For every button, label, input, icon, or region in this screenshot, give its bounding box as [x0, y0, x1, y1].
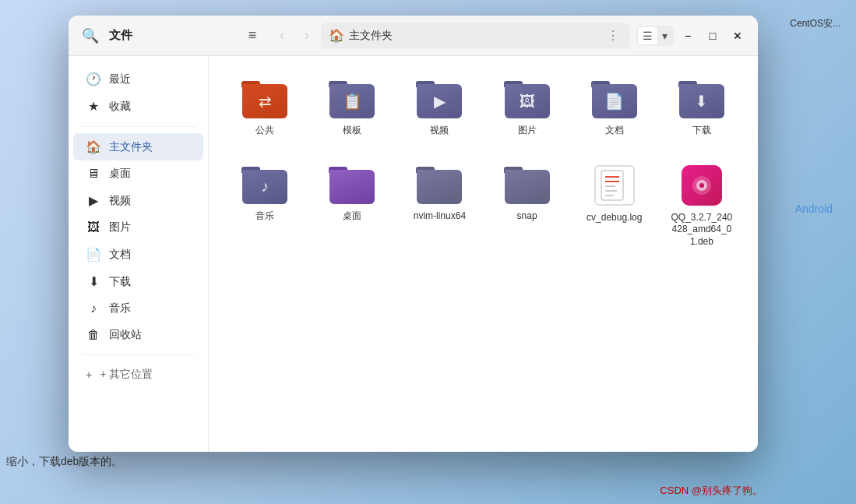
- sidebar-item-recent[interactable]: 🕐 最近: [73, 65, 203, 93]
- bg-csdn-label: CSDN @别头疼了狗。: [660, 484, 763, 498]
- maximize-button[interactable]: □: [702, 25, 724, 47]
- file-item-template[interactable]: 📋 模板: [312, 72, 393, 145]
- folder-emblem: 📄: [592, 84, 637, 118]
- folder-icon-video: ▶: [416, 79, 463, 118]
- folder-emblem: [417, 170, 462, 204]
- doc-icon: 📄: [86, 247, 101, 262]
- file-item-qq[interactable]: QQ_3.2.7_240428_amd64_01.deb: [661, 157, 742, 256]
- file-label-video: 视频: [430, 125, 449, 137]
- file-label-cvlog: cv_debug.log: [587, 212, 642, 224]
- sidebar-label-picture: 图片: [109, 220, 131, 234]
- title-bar: 🔍 文件 ≡ ‹ › 🏠 主文件夹 ⋮: [69, 16, 758, 56]
- breadcrumb-more-button[interactable]: ⋮: [604, 26, 622, 45]
- trash-icon: 🗑: [86, 328, 101, 342]
- sidebar-label-trash: 回收站: [109, 328, 142, 342]
- folder-icon-doc: 📄: [591, 79, 638, 118]
- sidebar-label-desktop: 桌面: [109, 167, 131, 181]
- sidebar-item-trash[interactable]: 🗑 回收站: [73, 322, 203, 348]
- file-item-nvim[interactable]: nvim-linux64: [399, 157, 480, 256]
- recent-icon: 🕐: [86, 72, 101, 86]
- sidebar-label-add-location: + 其它位置: [100, 368, 153, 382]
- file-manager-window: 🔍 文件 ≡ ‹ › 🏠 主文件夹 ⋮: [69, 16, 758, 452]
- forward-icon: ›: [305, 27, 309, 44]
- folder-body: ▶: [417, 84, 462, 118]
- folder-emblem: ⇄: [242, 84, 287, 118]
- folder-body: [329, 170, 375, 204]
- breadcrumb-more-icon: ⋮: [607, 28, 619, 43]
- file-item-cvlog[interactable]: cv_debug.log: [574, 157, 655, 256]
- sidebar-item-home[interactable]: 🏠 主文件夹: [73, 133, 203, 160]
- file-item-desktop[interactable]: 桌面: [312, 157, 393, 256]
- bg-text: 缩小，下载deb版本的。: [0, 452, 129, 472]
- breadcrumb-label: 主文件夹: [349, 29, 393, 43]
- content-area: 🕐 最近 ★ 收藏 🏠 主文件夹 🖥 桌面: [69, 56, 758, 452]
- sidebar-label-download: 下载: [109, 275, 131, 289]
- sidebar-label-music: 音乐: [109, 301, 131, 315]
- sidebar-label-home: 主文件夹: [109, 140, 153, 154]
- bg-android-label: Android: [795, 203, 833, 215]
- back-button[interactable]: ‹: [271, 25, 293, 47]
- file-item-download[interactable]: ⬇ 下载: [661, 72, 742, 145]
- folder-emblem: 📋: [329, 84, 375, 118]
- log-file-icon: [594, 165, 635, 206]
- sidebar-item-add-location[interactable]: + + 其它位置: [73, 361, 203, 388]
- file-item-doc[interactable]: 📄 文档: [574, 72, 655, 145]
- sidebar-item-download[interactable]: ⬇ 下载: [73, 268, 203, 295]
- folder-emblem: ♪: [242, 170, 287, 204]
- app-title: 文件: [109, 28, 132, 43]
- minimize-button[interactable]: −: [677, 25, 699, 47]
- add-location-icon: +: [86, 368, 92, 381]
- grid-view-button[interactable]: ▾: [657, 27, 672, 44]
- file-label-doc: 文档: [605, 125, 624, 137]
- sidebar-item-video[interactable]: ▶ 视频: [73, 187, 203, 214]
- file-area: ⇄ 公共 📋 模板 ▶ 视频: [209, 56, 758, 452]
- file-item-video[interactable]: ▶ 视频: [399, 72, 480, 145]
- home-icon: 🏠: [86, 139, 101, 154]
- folder-body: ♪: [242, 170, 287, 204]
- search-button[interactable]: 🔍: [78, 23, 103, 48]
- file-label-nvim: nvim-linux64: [414, 210, 466, 223]
- deb-file-icon: [682, 165, 722, 206]
- folder-body: 🖼: [505, 84, 550, 118]
- file-item-music[interactable]: ♪ 音乐: [224, 157, 305, 256]
- music-icon: ♪: [86, 301, 101, 315]
- view-toggle: ☰ ▾: [636, 26, 674, 46]
- folder-emblem: 🖼: [505, 84, 550, 118]
- sidebar-item-picture[interactable]: 🖼 图片: [73, 214, 203, 241]
- folder-icon-public: ⇄: [241, 79, 288, 118]
- favorite-icon: ★: [86, 99, 101, 114]
- close-button[interactable]: ✕: [727, 25, 749, 47]
- sidebar-divider-2: [81, 354, 196, 355]
- sidebar-item-desktop[interactable]: 🖥 桌面: [73, 160, 203, 187]
- sidebar-item-music[interactable]: ♪ 音乐: [73, 295, 203, 322]
- sidebar-label-video: 视频: [109, 194, 131, 208]
- log-svg: [600, 169, 629, 202]
- folder-emblem: ⬇: [679, 84, 724, 118]
- sidebar-item-favorite[interactable]: ★ 收藏: [73, 93, 203, 120]
- file-item-snap[interactable]: snap: [486, 157, 567, 256]
- menu-icon: ≡: [248, 27, 257, 44]
- picture-icon: 🖼: [86, 220, 101, 234]
- menu-button[interactable]: ≡: [240, 23, 265, 48]
- list-view-icon: ☰: [643, 30, 653, 42]
- breadcrumb: 🏠 主文件夹 ⋮: [321, 23, 630, 49]
- sidebar-divider-1: [81, 126, 196, 127]
- minimize-icon: −: [685, 30, 691, 42]
- folder-body: 📄: [592, 84, 637, 118]
- sidebar-item-doc[interactable]: 📄 文档: [73, 241, 203, 268]
- file-item-picture[interactable]: 🖼 图片: [486, 72, 567, 145]
- close-icon: ✕: [733, 30, 742, 42]
- file-label-desktop: 桌面: [343, 210, 361, 223]
- file-label-picture: 图片: [518, 125, 537, 137]
- video-icon: ▶: [86, 193, 101, 208]
- home-breadcrumb-icon: 🏠: [329, 28, 344, 43]
- folder-body: ⬇: [679, 84, 724, 118]
- list-view-button[interactable]: ☰: [638, 27, 657, 44]
- folder-icon-picture: 🖼: [504, 79, 551, 118]
- file-item-public[interactable]: ⇄ 公共: [224, 72, 305, 145]
- sidebar-label-recent: 最近: [109, 72, 131, 86]
- desktop-icon: 🖥: [86, 167, 101, 181]
- folder-icon-snap: [504, 165, 551, 204]
- sidebar-header: 🔍 文件 ≡: [78, 23, 265, 48]
- forward-button[interactable]: ›: [296, 25, 318, 47]
